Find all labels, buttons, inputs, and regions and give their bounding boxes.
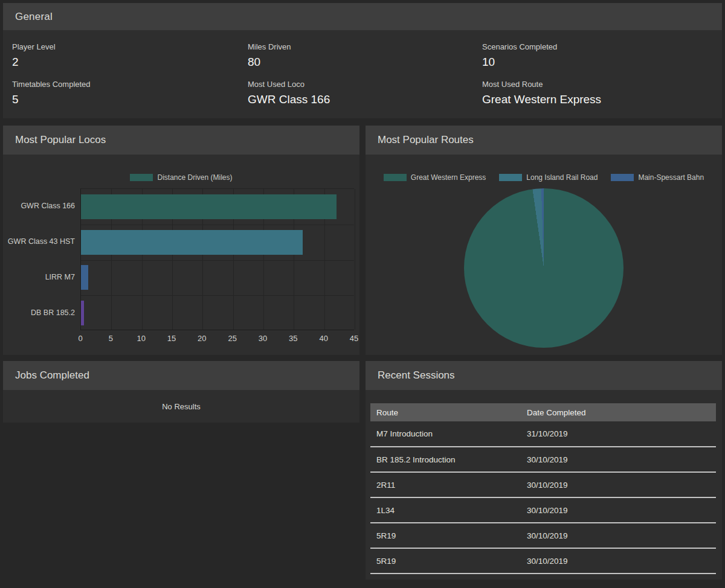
x-axis-tick-label: 40: [319, 334, 327, 343]
session-date-cell: 30/10/2019: [521, 548, 716, 574]
table-row: 1L3430/10/2019: [370, 497, 716, 523]
stat-value: 80: [248, 56, 482, 69]
stat-item: Miles Driven80: [248, 42, 482, 78]
legend-label: Distance Driven (Miles): [157, 173, 232, 182]
legend-swatch: [130, 174, 153, 181]
stat-label: Timetables Completed: [12, 80, 248, 89]
session-route-cell: 5R19: [370, 548, 521, 574]
bar-chart-category-labels: GWR Class 166GWR Class 43 HSTLIRR M7DB B…: [3, 188, 80, 330]
bar-lirr-m7: [81, 265, 88, 290]
bar-gwr-class-43-hst: [81, 230, 303, 255]
stat-value: 2: [12, 56, 248, 69]
bar-category-label: LIRR M7: [3, 260, 80, 295]
session-route-cell: M7 Introduction: [370, 421, 521, 447]
legend-label: Main-Spessart Bahn: [638, 173, 704, 182]
panel-most-popular-locos: Most Popular Locos Distance Driven (Mile…: [3, 126, 359, 355]
x-axis-tick-label: 45: [350, 334, 358, 343]
jobs-no-results-text: No Results: [162, 402, 201, 411]
bar-chart-gridline: [81, 225, 354, 225]
stat-item: Most Used RouteGreat Western Express: [482, 80, 722, 116]
bar-chart-plot-area: [80, 188, 354, 330]
stat-value: GWR Class 166: [248, 93, 482, 106]
x-axis-tick-label: 30: [259, 334, 267, 343]
sessions-column-header: Route: [370, 403, 521, 421]
session-date-cell: 31/10/2019: [521, 421, 716, 447]
x-axis-tick-label: 10: [137, 334, 145, 343]
x-axis-tick-label: 20: [198, 334, 206, 343]
table-row: BR 185.2 Introduction30/10/2019: [370, 447, 716, 472]
stat-item: Most Used LocoGWR Class 166: [248, 80, 482, 116]
table-row: M7 Introduction31/10/2019: [370, 421, 716, 447]
pie-chart-legend: Great Western ExpressLong Island Rail Ro…: [366, 173, 722, 182]
panel-title-routes: Most Popular Routes: [366, 126, 722, 155]
panel-title-locos: Most Popular Locos: [3, 126, 359, 155]
legend-swatch: [384, 174, 407, 181]
legend-item-main-spessart-bahn[interactable]: Main-Spessart Bahn: [611, 173, 704, 182]
x-axis-tick-label: 5: [109, 334, 113, 343]
routes-pie-chart: [464, 188, 624, 348]
bar-gwr-class-166: [81, 194, 337, 219]
panel-most-popular-routes: Most Popular Routes Great Western Expres…: [366, 126, 722, 355]
session-date-cell: 30/10/2019: [521, 472, 716, 497]
panel-jobs-completed: Jobs Completed No Results: [3, 361, 359, 423]
panel-title-sessions: Recent Sessions: [366, 361, 722, 390]
session-route-cell: 2R11: [370, 472, 521, 497]
stat-value: 10: [482, 56, 722, 69]
bar-category-label: DB BR 185.2: [3, 295, 80, 330]
legend-item-long-island-rail-road[interactable]: Long Island Rail Road: [499, 173, 598, 182]
stat-item: Scenarios Completed10: [482, 42, 722, 78]
x-axis-tick-label: 35: [289, 334, 297, 343]
table-row: 5R1930/10/2019: [370, 523, 716, 548]
bar-category-label: GWR Class 166: [3, 188, 80, 224]
stat-label: Most Used Route: [482, 80, 722, 89]
panel-title-jobs: Jobs Completed: [3, 361, 359, 390]
table-row: 2R1130/10/2019: [370, 472, 716, 497]
stat-label: Miles Driven: [248, 42, 482, 51]
general-title: General: [15, 11, 53, 22]
stats-grid: Player Level2Miles Driven80Scenarios Com…: [3, 30, 722, 118]
session-date-cell: 30/10/2019: [521, 447, 716, 472]
stat-value: Great Western Express: [482, 93, 722, 106]
legend-label: Long Island Rail Road: [526, 173, 598, 182]
legend-item-great-western-express[interactable]: Great Western Express: [384, 173, 486, 182]
bar-chart: GWR Class 166GWR Class 43 HSTLIRR M7DB B…: [3, 188, 359, 330]
sessions-table: RouteDate Completed M7 Introduction31/10…: [370, 403, 716, 574]
legend-item-distance-driven[interactable]: Distance Driven (Miles): [130, 173, 232, 182]
legend-swatch: [611, 174, 634, 181]
x-axis-tick-label: 25: [228, 334, 236, 343]
x-axis-tick-label: 15: [167, 334, 176, 343]
stat-label: Most Used Loco: [248, 80, 482, 89]
bar-chart-gridline: [81, 295, 354, 296]
session-route-cell: 5R19: [370, 523, 521, 548]
session-date-cell: 30/10/2019: [521, 497, 716, 523]
session-route-cell: 1L34: [370, 497, 521, 523]
bar-chart-gridline: [355, 189, 355, 330]
table-row: 5R1930/10/2019: [370, 548, 716, 574]
legend-label: Great Western Express: [411, 173, 486, 182]
session-route-cell: BR 185.2 Introduction: [370, 447, 521, 472]
bar-category-label: GWR Class 43 HST: [3, 224, 80, 260]
stat-label: Player Level: [12, 42, 248, 51]
panel-recent-sessions: Recent Sessions RouteDate Completed M7 I…: [366, 361, 722, 580]
legend-swatch: [499, 174, 522, 181]
stat-value: 5: [12, 93, 248, 106]
bar-chart-x-axis: 051015202530354045: [80, 330, 354, 344]
bar-db-br-185-2: [81, 301, 84, 325]
stat-item: Timetables Completed5: [12, 80, 248, 116]
stat-label: Scenarios Completed: [482, 42, 722, 51]
general-header: General: [3, 3, 722, 30]
stat-item: Player Level2: [12, 42, 248, 78]
bar-chart-gridline: [81, 260, 354, 261]
sessions-table-header-row: RouteDate Completed: [370, 403, 716, 421]
session-date-cell: 30/10/2019: [521, 523, 716, 548]
sessions-column-header: Date Completed: [521, 403, 716, 421]
bar-chart-legend: Distance Driven (Miles): [3, 173, 359, 182]
x-axis-tick-label: 0: [78, 334, 82, 343]
